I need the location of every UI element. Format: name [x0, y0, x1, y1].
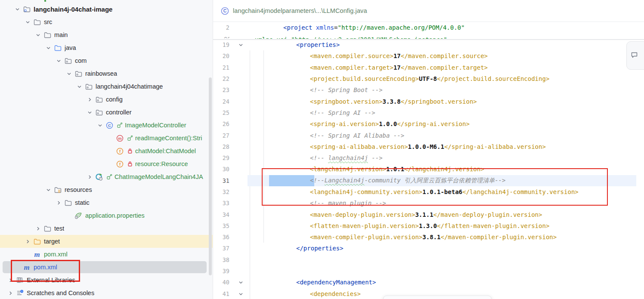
- code-line-text[interactable]: <flatten-maven-plugin.version>1.3.0</fla…: [248, 222, 549, 229]
- code-line-35[interactable]: 35<flatten-maven-plugin.version>1.3.0</f…: [213, 220, 644, 231]
- code-line-22[interactable]: 22<project.build.sourceEncoding>UTF-8</p…: [213, 73, 644, 84]
- code-line-23[interactable]: 23<!-- Spring Boot -->: [213, 84, 644, 96]
- code-line-text[interactable]: <maven.compiler.source>17</maven.compile…: [248, 52, 488, 59]
- code-line-text[interactable]: <springboot.version>3.3.8</springboot.ve…: [248, 98, 477, 105]
- tree-item-test[interactable]: test: [0, 222, 213, 235]
- ai-chat-icon[interactable]: [631, 51, 638, 60]
- tree-item-resource-resource[interactable]: fresource:Resource: [0, 157, 213, 170]
- chevron-right-icon[interactable]: [33, 225, 43, 232]
- code-line-text[interactable]: </properties>: [248, 245, 344, 252]
- tree-item-label: resources: [65, 186, 92, 193]
- code-line-text[interactable]: <maven-compiler-plugin.version>3.8.1</ma…: [248, 234, 557, 240]
- code-line-text[interactable]: <maven-deploy-plugin.version>3.1.1</mave…: [248, 211, 542, 218]
- code-area[interactable]: 19<properties>20<maven.compiler.source>1…: [213, 39, 644, 299]
- code-line-20[interactable]: 20<maven.compiler.source>17</maven.compi…: [213, 50, 644, 62]
- tree-item-scratches-and-consoles[interactable]: Scratches and Consoles: [0, 287, 213, 299]
- chevron-right-icon[interactable]: [5, 290, 15, 296]
- editor-gutter: 34: [213, 209, 248, 220]
- code-line-34[interactable]: 34<maven-deploy-plugin.version>3.1.1</ma…: [213, 209, 644, 220]
- chevron-down-icon[interactable]: [95, 122, 105, 129]
- code-line-text[interactable]: <maven.compiler.target>17</maven.compile…: [248, 64, 488, 71]
- code-line-text[interactable]: <!-- langchain4j -->: [248, 154, 383, 161]
- breadcrumb[interactable]: C langchain4jmodelparameters\...\LLMConf…: [213, 0, 644, 22]
- code-line-37[interactable]: 37</properties>: [213, 243, 644, 254]
- chevron-right-icon[interactable]: [53, 199, 64, 206]
- chevron-right-icon[interactable]: [84, 96, 95, 103]
- tree-item-langchain4j04chatimage[interactable]: langchain4j04chatimage: [0, 80, 213, 93]
- sticky-line-2[interactable]: 2 <project xmlns="http://maven.apache.or…: [213, 22, 644, 33]
- chevron-down-icon[interactable]: [43, 44, 53, 51]
- chevron-right-icon[interactable]: [84, 173, 95, 180]
- code-line-text[interactable]: <project xmlns="http://maven.apache.org/…: [248, 24, 464, 31]
- tree-item-config[interactable]: config: [0, 93, 213, 106]
- code-line-39[interactable]: 39: [213, 265, 644, 277]
- method-icon: m: [115, 134, 124, 142]
- code-token: <!-- Spring AI Alibaba -->: [310, 132, 404, 139]
- code-line-text[interactable]: <project.build.sourceEncoding>UTF-8</pro…: [248, 75, 549, 82]
- tree-item-static[interactable]: static: [0, 196, 213, 209]
- tree-item-target[interactable]: target: [0, 235, 213, 248]
- tree-item-application-properties[interactable]: application.properties: [0, 209, 213, 222]
- sticky-lines[interactable]: 2 <project xmlns="http://maven.apache.or…: [213, 22, 644, 40]
- tree-item-resources[interactable]: resources: [0, 183, 213, 196]
- chevron-spacer: [64, 212, 74, 219]
- code-line-text[interactable]: <dependencies>: [248, 290, 361, 297]
- line-number: 21: [213, 62, 229, 73]
- class-file-icon: C: [221, 7, 229, 15]
- code-token: <spring-ai.version>: [310, 120, 379, 127]
- code-line-38[interactable]: 38: [213, 254, 644, 265]
- chevron-down-icon[interactable]: [74, 83, 84, 90]
- code-line-25[interactable]: 25<!-- Spring AI -->: [213, 107, 644, 118]
- floating-toolbar[interactable]: [626, 41, 644, 70]
- fold-arrow-icon[interactable]: [238, 291, 244, 297]
- chevron-down-icon[interactable]: [22, 18, 33, 25]
- chevron-right-icon[interactable]: [22, 238, 33, 245]
- tree-item-src[interactable]: src: [0, 15, 213, 28]
- tree-item-langchain4j-04chat-image[interactable]: langchain4j-04chat-image: [0, 3, 213, 15]
- code-line-text[interactable]: <properties>: [248, 41, 340, 48]
- tree-item-label: com: [75, 57, 87, 64]
- fold-arrow-icon[interactable]: [238, 42, 244, 48]
- code-line-text[interactable]: <!-- Spring Boot -->: [248, 86, 383, 93]
- code-line-24[interactable]: 24<springboot.version>3.3.8</springboot.…: [213, 96, 644, 107]
- tree-item-java[interactable]: java: [0, 41, 213, 54]
- tree-item-main[interactable]: main: [0, 28, 213, 41]
- code-line-text[interactable]: <spring-ai-alibaba.version>1.0.0-M6.1</s…: [248, 143, 546, 150]
- code-line-40[interactable]: 40<dependencyManagement>: [213, 277, 644, 288]
- private-lock-icon: [127, 148, 133, 154]
- code-line-27[interactable]: 27<!-- Spring AI Alibaba -->: [213, 129, 644, 141]
- code-line-36[interactable]: 36<maven-compiler-plugin.version>3.8.1</…: [213, 231, 644, 243]
- chevron-down-icon[interactable]: [64, 70, 74, 77]
- floating-popup[interactable]: [383, 296, 492, 299]
- line-number: 20: [213, 50, 229, 62]
- chevron-down-icon[interactable]: [33, 31, 43, 38]
- chevron-down-icon[interactable]: [43, 186, 53, 193]
- tree-item-rainbowsea[interactable]: rainbowsea: [0, 67, 213, 80]
- code-line-text[interactable]: <!-- Spring AI -->: [248, 109, 375, 116]
- code-line-21[interactable]: 21<maven.compiler.target>17</maven.compi…: [213, 62, 644, 73]
- svg-text:m: m: [118, 136, 121, 141]
- tree-item-imagemodelcontroller[interactable]: CImageModelController: [0, 119, 213, 132]
- chevron-down-icon[interactable]: [12, 6, 22, 12]
- fold-arrow-icon[interactable]: [238, 280, 244, 285]
- svg-text:C: C: [223, 8, 227, 13]
- chevron-down-icon[interactable]: [84, 109, 95, 116]
- tree-item-pom-xml[interactable]: mpom.xml: [0, 248, 213, 261]
- tree-item-controller[interactable]: controller: [0, 106, 213, 119]
- code-line-26[interactable]: 26<spring-ai.version>1.0.0</spring-ai.ve…: [213, 118, 644, 129]
- code-line-text[interactable]: <dependencyManagement>: [248, 279, 376, 286]
- code-line-28[interactable]: 28<spring-ai-alibaba.version>1.0.0-M6.1<…: [213, 141, 644, 152]
- tree-item-com[interactable]: com: [0, 54, 213, 67]
- editor-gutter: 22: [213, 73, 248, 84]
- code-line-text[interactable]: <!-- Spring AI Alibaba -->: [248, 132, 404, 139]
- folder-icon: [43, 31, 52, 39]
- editor-gutter: 36: [213, 231, 248, 243]
- chevron-down-icon[interactable]: [53, 57, 64, 64]
- tree-item-readimagecontent-stri[interactable]: mreadImageContent():Stri: [0, 132, 213, 145]
- code-line-19[interactable]: 19<properties>: [213, 39, 644, 50]
- tree-item-chatmodel-chatmodel[interactable]: fchatModel:ChatModel: [0, 145, 213, 157]
- tree-scrollbar[interactable]: [209, 77, 212, 275]
- code-line-text[interactable]: <spring-ai.version>1.0.0</spring-ai.vers…: [248, 120, 470, 127]
- tree-item-chatimagemodellangchain4ja[interactable]: ChatImageModelLangChain4JA: [0, 170, 213, 183]
- code-line-29[interactable]: 29<!-- langchain4j -->: [213, 152, 644, 163]
